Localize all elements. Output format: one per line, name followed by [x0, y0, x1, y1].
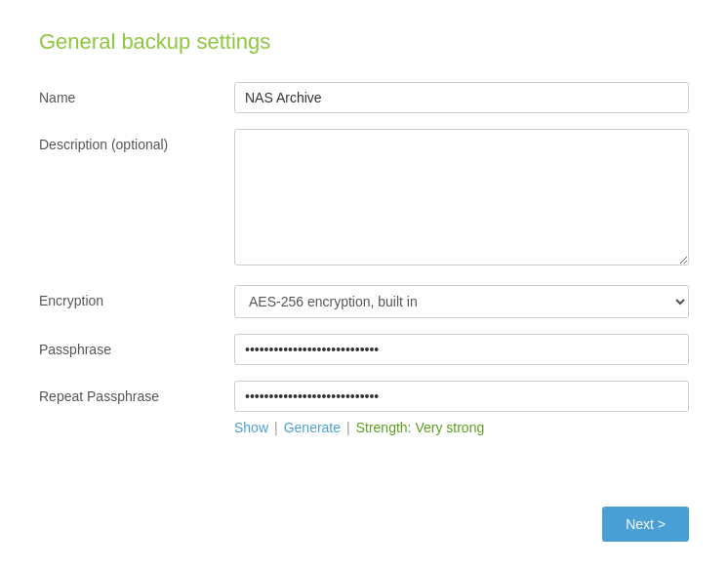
- generate-button[interactable]: Generate: [284, 420, 341, 435]
- separator-1: |: [274, 420, 278, 435]
- next-button[interactable]: Next >: [602, 507, 689, 542]
- passphrase-label: Passphrase: [39, 334, 234, 357]
- description-control-wrap: [234, 129, 689, 269]
- passphrase-control-wrap: [234, 334, 689, 365]
- name-label: Name: [39, 82, 234, 105]
- repeat-passphrase-row: Repeat Passphrase Show | Generate | Stre…: [39, 381, 689, 435]
- description-label: Description (optional): [39, 129, 234, 152]
- passphrase-hints: Show | Generate | Strength: Very strong: [234, 420, 689, 435]
- page-title: General backup settings: [39, 29, 689, 55]
- passphrase-row: Passphrase: [39, 334, 689, 365]
- repeat-passphrase-label: Repeat Passphrase: [39, 381, 234, 404]
- description-row: Description (optional): [39, 129, 689, 269]
- separator-2: |: [346, 420, 350, 435]
- repeat-passphrase-control-wrap: Show | Generate | Strength: Very strong: [234, 381, 689, 435]
- next-button-row: Next >: [602, 507, 689, 542]
- encryption-label: Encryption: [39, 285, 234, 308]
- name-row: Name: [39, 82, 689, 113]
- encryption-row: Encryption AES-256 encryption, built in …: [39, 285, 689, 318]
- encryption-control-wrap: AES-256 encryption, built in No encrypti…: [234, 285, 689, 318]
- name-control-wrap: [234, 82, 689, 113]
- repeat-passphrase-input[interactable]: [234, 381, 689, 412]
- encryption-select[interactable]: AES-256 encryption, built in No encrypti…: [234, 285, 689, 318]
- description-textarea[interactable]: [234, 129, 689, 265]
- name-input[interactable]: [234, 82, 689, 113]
- page-container: General backup settings Name Description…: [0, 0, 728, 571]
- passphrase-input[interactable]: [234, 334, 689, 365]
- strength-text: Strength: Very strong: [356, 420, 485, 435]
- show-button[interactable]: Show: [234, 420, 268, 435]
